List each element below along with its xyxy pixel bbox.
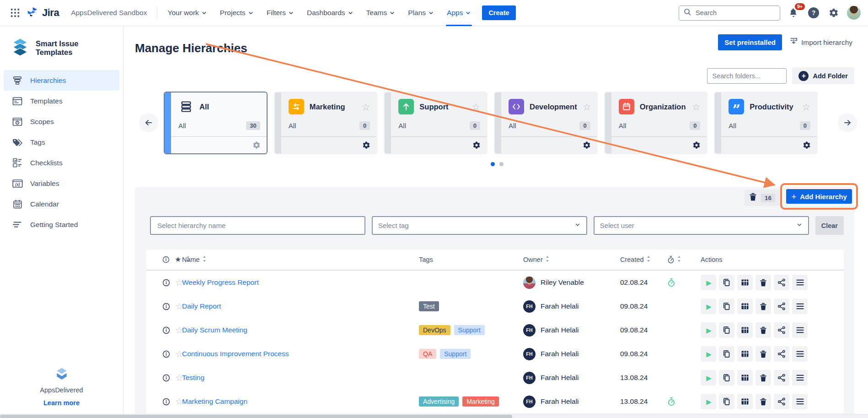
hierarchy-name-link[interactable]: Daily Scrum Meeting	[182, 326, 247, 334]
jira-logo[interactable]: Jira	[27, 6, 59, 20]
row-action-run-button[interactable]: ▶	[701, 370, 716, 385]
horizontal-scrollbar-thumb[interactable]	[0, 415, 512, 418]
timer-column-header[interactable]	[667, 255, 701, 264]
nav-menu-plans[interactable]: Plans	[408, 0, 434, 26]
learn-more-link[interactable]: Learn more	[43, 399, 80, 407]
row-action-menu-button[interactable]	[792, 299, 808, 314]
row-action-menu-button[interactable]	[792, 322, 808, 338]
user-filter-select[interactable]: Select user	[594, 216, 809, 235]
row-info-icon[interactable]	[162, 350, 170, 358]
row-action-delete-button[interactable]	[755, 299, 771, 314]
folder-star-icon[interactable]: ☆	[692, 102, 701, 112]
row-action-run-button[interactable]: ▶	[701, 275, 716, 290]
import-hierarchy-button[interactable]: Import hierarchy	[789, 37, 852, 48]
folder-star-icon[interactable]: ☆	[802, 102, 810, 112]
carousel-prev-button[interactable]	[139, 113, 158, 132]
search-folders-input[interactable]	[707, 68, 787, 84]
row-action-copy-button[interactable]	[719, 394, 734, 409]
sidebar-item-hierarchies[interactable]: Hierarchies	[4, 70, 119, 91]
folder-settings-gear-icon[interactable]	[583, 141, 591, 149]
row-action-run-button[interactable]: ▶	[701, 394, 716, 409]
row-action-copy-button[interactable]	[719, 299, 734, 314]
row-action-run-button[interactable]: ▶	[701, 346, 716, 362]
hierarchy-name-link[interactable]: Marketing Campaign	[182, 397, 247, 406]
folder-card-productivity[interactable]: ”Productivity☆All0	[714, 92, 818, 154]
owner-column-header[interactable]: Owner	[523, 256, 620, 263]
folder-settings-gear-icon[interactable]	[803, 141, 811, 149]
sidebar-item-getting-started[interactable]: Getting Started	[4, 214, 119, 235]
folder-star-icon[interactable]: ☆	[362, 102, 370, 112]
add-hierarchy-button[interactable]: + Add Hierarchy	[786, 189, 852, 204]
sidebar-item-scopes[interactable]: Scopes	[4, 111, 119, 132]
hierarchy-name-link[interactable]: Daily Report	[182, 302, 221, 310]
row-action-share-button[interactable]	[774, 370, 789, 385]
carousel-dot-1[interactable]	[491, 162, 495, 166]
row-action-delete-button[interactable]	[755, 394, 771, 409]
row-action-menu-button[interactable]	[792, 275, 808, 290]
row-info-icon[interactable]	[162, 303, 170, 310]
folder-card-support[interactable]: Support☆All0	[384, 92, 488, 154]
row-action-copy-button[interactable]	[719, 346, 734, 362]
sidebar-item-templates[interactable]: Templates	[4, 91, 119, 111]
add-folder-button[interactable]: + Add Folder	[792, 67, 854, 84]
row-action-table-button[interactable]	[737, 394, 753, 409]
set-preinstalled-button[interactable]: Set preinstalled	[718, 34, 782, 50]
folder-card-organization[interactable]: Organization☆All0	[604, 92, 708, 154]
sidebar-item-calendar[interactable]: Calendar	[4, 194, 119, 214]
app-switcher-icon[interactable]	[7, 5, 23, 21]
row-action-table-button[interactable]	[737, 299, 753, 314]
row-action-table-button[interactable]	[737, 275, 753, 290]
settings-gear-icon[interactable]	[827, 6, 841, 20]
global-search[interactable]	[679, 5, 780, 21]
name-column-header[interactable]: Name	[182, 256, 419, 263]
nav-menu-dashboards[interactable]: Dashboards	[307, 0, 354, 26]
folder-star-icon[interactable]: ☆	[472, 102, 480, 112]
row-action-table-button[interactable]	[737, 322, 753, 338]
folder-star-icon[interactable]: ☆	[583, 102, 591, 112]
folder-card-all[interactable]: AllAll30	[164, 92, 268, 154]
row-info-icon[interactable]	[162, 398, 170, 406]
row-action-delete-button[interactable]	[755, 275, 771, 290]
folder-card-marketing[interactable]: Marketing☆All0	[274, 92, 378, 154]
row-action-copy-button[interactable]	[719, 370, 734, 385]
sidebar-item-variables[interactable]: (x)Variables	[4, 173, 119, 194]
row-info-icon[interactable]	[162, 279, 170, 287]
notifications-bell-icon[interactable]: 9+	[787, 6, 800, 20]
carousel-next-button[interactable]	[838, 113, 857, 132]
row-action-share-button[interactable]	[774, 394, 789, 409]
tag-filter-select[interactable]: Select tag	[372, 216, 587, 235]
hierarchy-name-link[interactable]: Weekly Progress Report	[182, 278, 259, 287]
row-action-menu-button[interactable]	[792, 394, 808, 409]
row-action-share-button[interactable]	[774, 275, 789, 290]
sidebar-item-checklists[interactable]: Checklists	[4, 152, 119, 173]
folder-card-development[interactable]: Development☆All0	[494, 92, 598, 154]
row-action-share-button[interactable]	[774, 299, 789, 314]
nav-menu-filters[interactable]: Filters	[267, 0, 294, 26]
nav-menu-teams[interactable]: Teams	[366, 0, 396, 26]
search-input[interactable]	[695, 9, 775, 17]
created-column-header[interactable]: Created	[620, 256, 667, 263]
row-action-copy-button[interactable]	[719, 322, 734, 338]
row-action-copy-button[interactable]	[719, 275, 734, 290]
folder-settings-gear-icon[interactable]	[252, 141, 261, 149]
hierarchy-name-input[interactable]	[156, 221, 359, 230]
row-action-delete-button[interactable]	[755, 322, 771, 338]
info-column-header-icon[interactable]	[162, 256, 170, 263]
folder-settings-gear-icon[interactable]	[472, 141, 481, 149]
user-avatar[interactable]	[847, 6, 861, 20]
folder-settings-gear-icon[interactable]	[362, 141, 370, 149]
nav-menu-projects[interactable]: Projects	[220, 0, 254, 26]
nav-menu-apps[interactable]: Apps	[447, 0, 471, 26]
help-icon[interactable]: ?	[807, 6, 820, 20]
row-action-table-button[interactable]	[737, 370, 753, 385]
row-action-run-button[interactable]: ▶	[701, 322, 716, 338]
row-action-delete-button[interactable]	[755, 346, 771, 362]
row-action-delete-button[interactable]	[755, 370, 771, 385]
row-info-icon[interactable]	[162, 326, 170, 334]
hierarchy-name-link[interactable]: Continuous Improvement Process	[182, 350, 289, 358]
hierarchy-name-link[interactable]: Testing	[182, 374, 204, 382]
hierarchy-name-filter[interactable]	[150, 216, 365, 235]
row-action-run-button[interactable]: ▶	[701, 299, 716, 314]
carousel-dot-2[interactable]	[499, 162, 504, 166]
row-action-share-button[interactable]	[774, 322, 789, 338]
